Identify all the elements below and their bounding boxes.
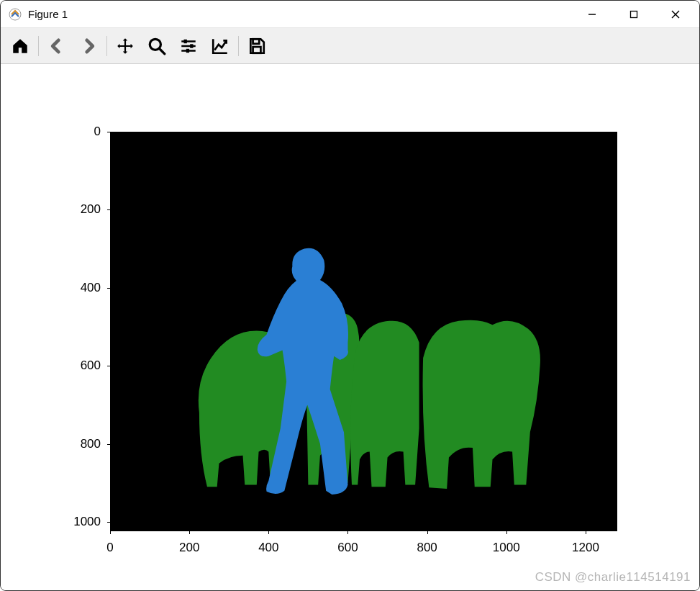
matplotlib-toolbar [1, 28, 699, 64]
toolbar-separator [106, 36, 107, 56]
svg-rect-13 [253, 39, 260, 44]
titlebar: Figure 1 [1, 1, 699, 28]
y-tick-mark [107, 366, 110, 366]
chart-line-icon [211, 37, 229, 55]
x-tick-mark [506, 531, 507, 534]
y-tick-label: 400 [43, 281, 101, 295]
x-tick-mark [586, 531, 586, 534]
minimize-button[interactable] [571, 1, 613, 28]
toolbar-separator [238, 36, 239, 56]
x-tick-mark [347, 531, 348, 534]
x-tick-mark [189, 531, 190, 534]
y-tick-mark [107, 444, 110, 445]
y-tick-label: 0 [43, 125, 101, 139]
search-icon [147, 37, 166, 55]
x-tick-label: 800 [417, 541, 437, 555]
save-button[interactable] [242, 31, 272, 61]
move-icon [116, 37, 135, 55]
pan-button[interactable] [110, 31, 140, 61]
arrow-left-icon [47, 36, 67, 56]
svg-rect-14 [253, 47, 261, 53]
x-tick-mark [110, 531, 111, 534]
x-tick-label: 0 [106, 541, 113, 555]
y-tick-label: 800 [43, 437, 101, 451]
arrow-right-icon [78, 36, 99, 56]
app-icon [8, 7, 22, 22]
x-tick-label: 400 [258, 541, 278, 555]
svg-rect-8 [184, 39, 187, 42]
segmentation-mask [110, 132, 617, 531]
y-tick-mark [107, 209, 110, 210]
x-tick-label: 200 [179, 541, 199, 555]
svg-rect-10 [190, 44, 193, 48]
watermark-text: CSDN @charlie114514191 [535, 570, 691, 585]
home-button[interactable] [5, 31, 35, 61]
x-tick-mark [427, 531, 428, 534]
maximize-button[interactable] [613, 1, 655, 28]
svg-rect-12 [186, 48, 189, 52]
svg-rect-2 [631, 11, 637, 17]
y-tick-mark [107, 522, 110, 523]
y-tick-mark [107, 132, 110, 132]
zoom-button[interactable] [142, 31, 172, 61]
close-button[interactable] [655, 1, 696, 28]
y-tick-label: 1000 [43, 515, 101, 529]
x-tick-mark [268, 531, 269, 534]
x-tick-label: 600 [337, 541, 358, 555]
save-icon [247, 37, 266, 55]
figure-canvas[interactable]: 02004006008001000 020040060080010001200 … [1, 66, 699, 590]
window-controls [571, 1, 696, 28]
svg-line-6 [159, 48, 165, 54]
y-tick-label: 200 [43, 202, 101, 217]
x-tick-label: 1200 [572, 541, 599, 555]
class-sheep [199, 313, 540, 489]
y-tick-mark [107, 288, 110, 289]
back-button[interactable] [42, 31, 72, 61]
toolbar-separator [38, 36, 39, 56]
forward-button[interactable] [73, 31, 104, 61]
home-icon [11, 37, 29, 55]
x-tick-label: 1000 [493, 541, 520, 555]
sliders-icon [179, 37, 198, 55]
y-tick-label: 600 [43, 358, 101, 373]
edit-axis-button[interactable] [205, 31, 235, 61]
configure-subplots-button[interactable] [173, 31, 204, 61]
window-title: Figure 1 [28, 8, 571, 20]
